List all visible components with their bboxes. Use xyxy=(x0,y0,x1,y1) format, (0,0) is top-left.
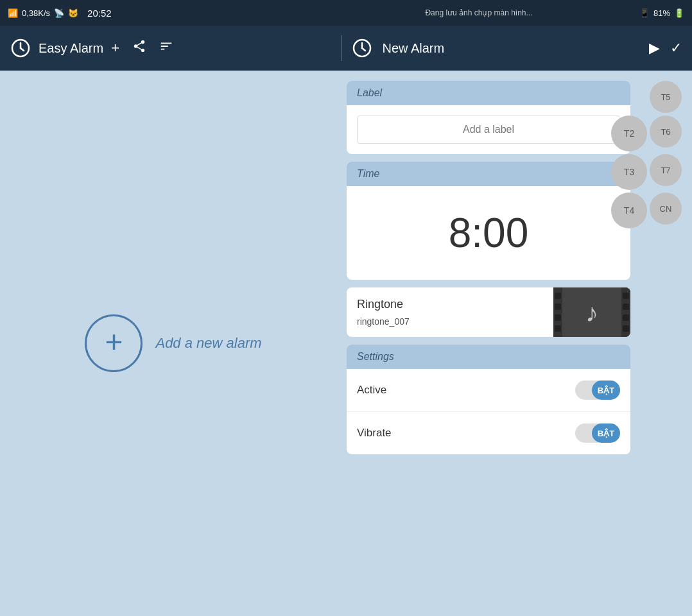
film-hole-1 xyxy=(555,293,561,299)
sim-icon: 📱 xyxy=(639,8,650,18)
day-t2-button[interactable]: T2 xyxy=(611,116,647,151)
day-t6-button[interactable]: T6 xyxy=(650,116,682,148)
vibrate-label: Vibrate xyxy=(357,427,575,440)
time-card-header: Time xyxy=(347,162,630,186)
app-clock-icon xyxy=(10,38,31,58)
active-label: Active xyxy=(357,384,575,397)
film-hole-6 xyxy=(623,304,629,310)
time-card-body: 8:00 xyxy=(347,186,630,280)
add-button[interactable]: + xyxy=(111,40,119,56)
svg-line-2 xyxy=(21,48,24,51)
status-notification: Đang lưu ảnh chụp màn hình... xyxy=(324,8,634,17)
active-toggle[interactable]: BẬT xyxy=(575,381,620,400)
vibrate-toggle-track: BẬT xyxy=(575,424,620,443)
battery-icon: 🔋 xyxy=(674,8,684,18)
ringtone-info: Ringtone ringtone_007 xyxy=(347,287,553,337)
status-time: 20:52 xyxy=(87,8,112,19)
active-toggle-on: BẬT xyxy=(592,381,620,400)
signal-strength: 0,38K/s xyxy=(22,8,50,18)
vibrate-toggle-on: BẬT xyxy=(592,424,620,443)
film-strip: ♪ xyxy=(553,287,630,337)
label-header-text: Label xyxy=(357,87,382,98)
battery-level: 81% xyxy=(653,8,670,18)
day-t7-button[interactable]: T7 xyxy=(650,154,682,186)
film-holes-right xyxy=(621,287,630,337)
vibrate-toggle-text: BẬT xyxy=(598,429,614,438)
app-bar: Easy Alarm + New Alarm ▶ ✓ xyxy=(0,26,692,71)
check-button[interactable]: ✓ xyxy=(670,40,682,56)
main-content: + Add a new alarm T5 T2 T6 T3 T7 T4 CN xyxy=(0,71,692,616)
active-toggle-track: BẬT xyxy=(575,381,620,400)
add-alarm-button[interactable]: + Add a new alarm xyxy=(85,314,261,372)
ringtone-card[interactable]: Ringtone ringtone_007 xyxy=(347,287,630,337)
vibrate-row: Vibrate BẬT xyxy=(347,412,630,454)
settings-header: Settings xyxy=(347,345,630,369)
active-toggle-text: BẬT xyxy=(598,386,614,395)
right-panel: T5 T2 T6 T3 T7 T4 CN Label xyxy=(347,71,692,616)
svg-line-5 xyxy=(362,48,365,51)
share-button[interactable] xyxy=(132,39,146,57)
day-t3-button[interactable]: T3 xyxy=(611,154,647,190)
film-hole-7 xyxy=(623,314,629,321)
app-title: Easy Alarm xyxy=(39,41,103,56)
ringtone-label: Ringtone xyxy=(357,298,543,311)
new-alarm-clock-icon xyxy=(352,38,372,58)
music-note-icon: ♪ xyxy=(585,298,598,327)
play-button[interactable]: ▶ xyxy=(649,40,660,56)
film-hole-5 xyxy=(623,293,629,299)
add-alarm-circle-icon: + xyxy=(85,314,143,372)
label-card-body xyxy=(347,105,630,154)
time-display[interactable]: 8:00 xyxy=(357,196,620,270)
film-hole-3 xyxy=(555,314,561,321)
label-card-header: Label xyxy=(347,81,630,105)
active-row: Active BẬT xyxy=(347,369,630,412)
film-hole-8 xyxy=(623,325,629,332)
add-alarm-text: Add a new alarm xyxy=(155,335,261,352)
film-holes-left xyxy=(553,287,562,337)
wifi-icon: 📡 xyxy=(54,8,64,18)
time-header-text: Time xyxy=(357,168,379,179)
label-card: Label xyxy=(347,81,630,154)
ringtone-thumbnail: ♪ xyxy=(553,287,630,337)
time-card[interactable]: Time 8:00 xyxy=(347,162,630,280)
label-input[interactable] xyxy=(357,116,620,144)
settings-card: Settings Active BẬT Vibrate B xyxy=(347,345,630,454)
day-cn-button[interactable]: CN xyxy=(650,193,682,225)
add-alarm-plus-icon: + xyxy=(105,327,123,357)
day-t5-button[interactable]: T5 xyxy=(650,81,682,113)
settings-header-text: Settings xyxy=(357,351,394,362)
vibrate-toggle[interactable]: BẬT xyxy=(575,424,620,443)
film-hole-2 xyxy=(555,304,561,310)
filter-button[interactable] xyxy=(159,39,173,57)
ringtone-name: ringtone_007 xyxy=(357,316,543,327)
signal-icon: 📶 xyxy=(8,8,18,18)
film-hole-4 xyxy=(555,325,561,332)
new-alarm-title: New Alarm xyxy=(383,41,639,56)
left-panel: + Add a new alarm xyxy=(0,71,347,616)
status-bar: 📶 0,38K/s 📡 🐱 20:52 Đang lưu ảnh chụp mà… xyxy=(0,0,692,26)
animal-icon: 🐱 xyxy=(68,8,78,18)
day-t4-button[interactable]: T4 xyxy=(611,193,647,228)
day-buttons-cluster: T5 T2 T6 T3 T7 T4 CN xyxy=(611,81,682,228)
